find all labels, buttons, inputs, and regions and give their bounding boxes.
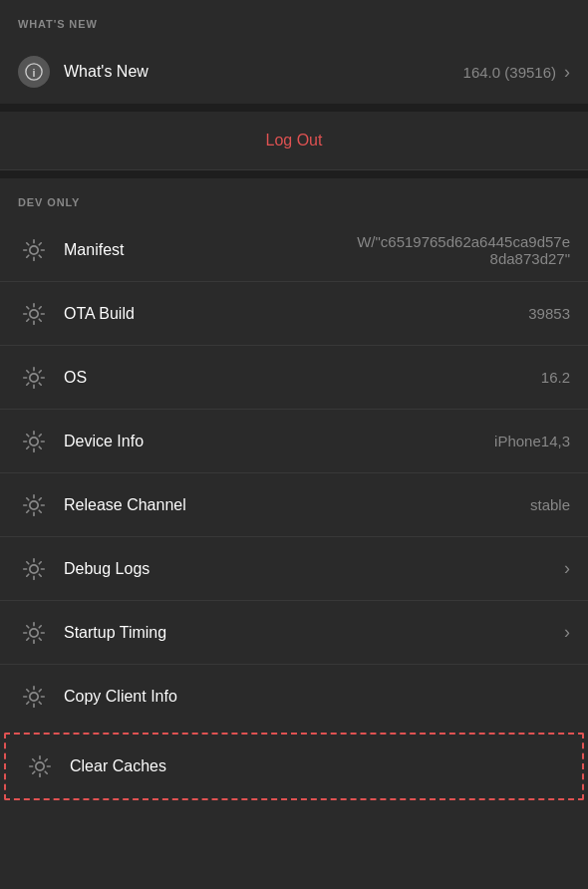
info-icon: i — [18, 56, 50, 88]
startup-timing-chevron: › — [564, 622, 570, 643]
svg-point-6 — [30, 500, 38, 508]
dev-item-debug-logs[interactable]: Debug Logs› — [0, 537, 588, 601]
dev-items-list: ManifestW/"c6519765d62a6445ca9d57e8da873… — [0, 218, 588, 729]
debug-logs-chevron: › — [564, 558, 570, 579]
dev-item-device-info[interactable]: Device InfoiPhone14,3 — [0, 410, 588, 473]
dev-item-copy-client-info[interactable]: Copy Client Info — [0, 665, 588, 729]
copy-client-info-gear-icon — [18, 681, 50, 713]
copy-client-info-label: Copy Client Info — [64, 688, 570, 706]
logout-button[interactable]: Log Out — [0, 112, 588, 170]
svg-point-2 — [30, 245, 38, 253]
os-value: 16.2 — [541, 369, 570, 386]
svg-point-3 — [30, 309, 38, 317]
ota-build-gear-icon — [18, 298, 50, 330]
clear-caches-gear-icon — [24, 750, 56, 782]
os-gear-icon — [18, 362, 50, 394]
divider-1 — [0, 104, 588, 112]
clear-caches-wrapper: Clear Caches — [4, 733, 584, 800]
manifest-value: W/"c6519765d62a6445ca9d57e8da873d27" — [351, 233, 570, 267]
device-info-value: iPhone14,3 — [494, 433, 570, 449]
dev-item-manifest[interactable]: ManifestW/"c6519765d62a6445ca9d57e8da873… — [0, 218, 588, 282]
device-info-gear-icon — [18, 426, 50, 457]
startup-timing-label: Startup Timing — [64, 624, 556, 642]
clear-caches-label: Clear Caches — [70, 757, 564, 775]
release-channel-gear-icon — [18, 489, 50, 521]
os-label: OS — [64, 369, 533, 387]
startup-timing-gear-icon — [18, 617, 50, 649]
svg-point-7 — [30, 564, 38, 572]
svg-point-8 — [30, 628, 38, 636]
divider-2 — [0, 170, 588, 178]
dev-item-ota-build[interactable]: OTA Build39853 — [0, 282, 588, 346]
svg-point-9 — [30, 693, 38, 701]
dev-only-section: DEV ONLY ManifestW/"c6519765d62a6445ca9d… — [0, 178, 588, 729]
dev-item-startup-timing[interactable]: Startup Timing› — [0, 601, 588, 665]
manifest-label: Manifest — [64, 241, 343, 259]
svg-point-4 — [30, 373, 38, 381]
debug-logs-gear-icon — [18, 553, 50, 585]
whats-new-header: WHAT'S NEW — [0, 0, 588, 40]
whats-new-value: 164.0 (39516) — [463, 64, 556, 81]
svg-point-5 — [30, 437, 38, 444]
release-channel-value: stable — [530, 496, 570, 513]
dev-only-header: DEV ONLY — [0, 178, 588, 218]
svg-text:i: i — [33, 67, 36, 79]
svg-point-10 — [36, 762, 44, 770]
logout-section: Log Out — [0, 112, 588, 170]
whats-new-section: WHAT'S NEW i What's New 164.0 (39516) › — [0, 0, 588, 104]
device-info-label: Device Info — [64, 433, 486, 450]
manifest-gear-icon — [18, 234, 50, 266]
logout-label: Log Out — [266, 132, 323, 149]
release-channel-label: Release Channel — [64, 496, 522, 514]
whats-new-label: What's New — [64, 63, 455, 81]
whats-new-item[interactable]: i What's New 164.0 (39516) › — [0, 40, 588, 104]
ota-build-label: OTA Build — [64, 305, 520, 323]
ota-build-value: 39853 — [528, 305, 570, 322]
debug-logs-label: Debug Logs — [64, 560, 556, 578]
clear-caches-item[interactable]: Clear Caches — [6, 735, 582, 798]
whats-new-chevron: › — [564, 62, 570, 83]
dev-item-os[interactable]: OS16.2 — [0, 346, 588, 410]
dev-item-release-channel[interactable]: Release Channelstable — [0, 473, 588, 537]
